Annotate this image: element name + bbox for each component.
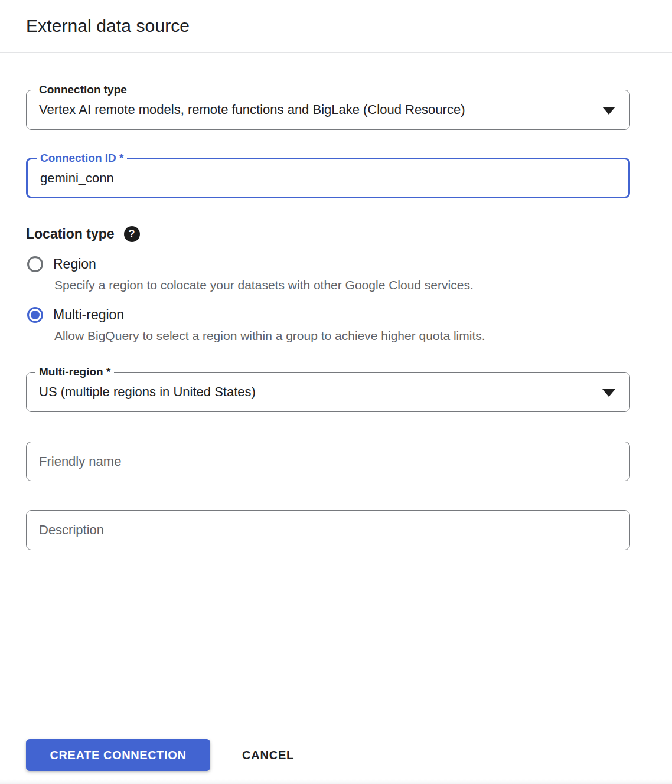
radio-dot [31, 311, 40, 319]
radio-region-label: Region [53, 256, 96, 272]
chevron-down-icon [602, 107, 615, 115]
connection-id-input[interactable] [28, 159, 628, 197]
radio-option-region[interactable]: Region [26, 256, 646, 272]
description-input[interactable] [26, 510, 630, 550]
location-type-section: Location type ? [26, 226, 646, 242]
connection-id-label: Connection ID * [37, 152, 127, 165]
chevron-down-icon [602, 389, 615, 397]
dialog-content: Connection type Vertex AI remote models,… [0, 90, 672, 550]
multi-region-select[interactable]: Multi-region * US (multiple regions in U… [26, 372, 630, 412]
dialog-header: External data source [0, 0, 672, 53]
multi-region-value: US (multiple regions in United States) [27, 384, 297, 400]
radio-unselected-icon [27, 256, 43, 272]
cancel-button[interactable]: CANCEL [239, 739, 298, 771]
radio-multi-region-label: Multi-region [53, 307, 124, 323]
radio-selected-icon [27, 307, 43, 323]
create-connection-button[interactable]: CREATE CONNECTION [26, 739, 210, 771]
help-icon[interactable]: ? [124, 226, 140, 242]
multi-region-label: Multi-region * [35, 365, 114, 378]
dialog-actions: CREATE CONNECTION CANCEL [0, 739, 672, 784]
external-data-source-dialog: External data source Connection type Ver… [0, 0, 672, 784]
radio-region-description: Specify a region to colocate your datase… [54, 276, 646, 293]
radio-option-multi-region[interactable]: Multi-region [26, 307, 646, 323]
connection-type-label: Connection type [35, 83, 131, 96]
connection-type-select[interactable]: Connection type Vertex AI remote models,… [26, 90, 630, 130]
radio-multi-region-description: Allow BigQuery to select a region within… [54, 327, 646, 344]
location-type-label: Location type [26, 226, 115, 242]
connection-id-field: Connection ID * [26, 158, 630, 198]
connection-type-value: Vertex AI remote models, remote function… [27, 102, 506, 117]
page-title: External data source [26, 16, 190, 36]
friendly-name-input[interactable] [26, 442, 630, 481]
